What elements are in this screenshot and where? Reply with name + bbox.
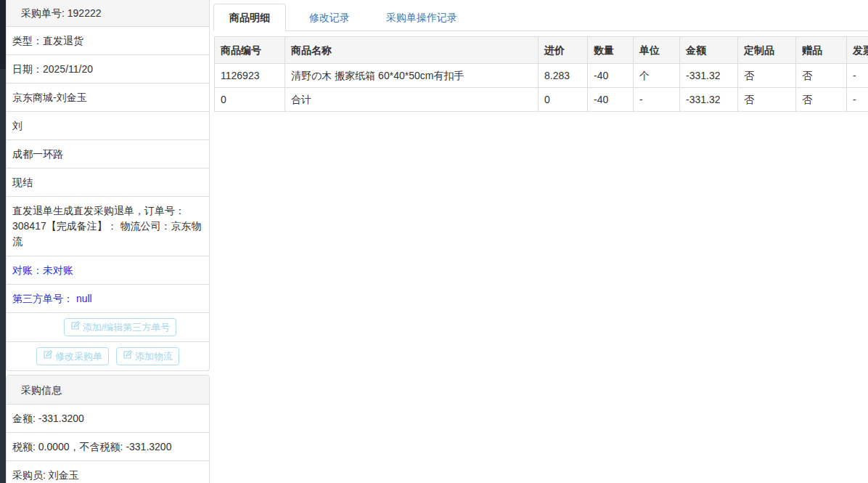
cell-purchase-price: 0	[539, 88, 588, 112]
col-header-purchase-price: 进价	[539, 37, 588, 64]
cell-invoice: -	[847, 88, 868, 112]
add-logistics-button[interactable]: 添加物流	[116, 347, 179, 365]
purchase-info-header: 采购信息	[7, 376, 209, 405]
tax-row: 税额: 0.0000，不含税额: -331.3200	[7, 432, 209, 460]
cell-product-name: 合计	[285, 88, 539, 112]
purchaser-row: 采购员: 刘金玉	[7, 460, 209, 483]
cell-amount: -331.32	[680, 64, 738, 88]
tab-goods-detail[interactable]: 商品明细	[213, 4, 286, 31]
edit-square-icon	[70, 321, 80, 333]
cell-customized: 否	[738, 64, 796, 88]
col-header-customized: 定制品	[738, 37, 796, 64]
col-header-amount: 金额	[680, 37, 738, 64]
cell-product-code: 0	[215, 88, 285, 112]
col-header-quantity: 数量	[588, 37, 634, 64]
table-row: 1126923 清野の木 搬家纸箱 60*40*50cm有扣手 8.283 -4…	[215, 64, 868, 88]
cell-purchase-price: 8.283	[539, 64, 588, 88]
order-date-row: 日期：2025/11/20	[7, 54, 209, 83]
app-left-strip	[0, 0, 6, 483]
supplier-row: 京东商城-刘金玉	[7, 83, 209, 111]
edit-square-icon	[43, 350, 52, 362]
third-party-button-row: 添加/编辑第三方单号	[7, 312, 209, 341]
contact-row: 刘	[7, 111, 209, 139]
cell-gift: 否	[796, 88, 847, 112]
cell-unit: 个	[634, 64, 680, 88]
col-header-product-name: 商品名称	[285, 37, 539, 64]
amount-row: 金额: -331.3200	[7, 405, 209, 432]
col-header-invoice: 发票	[847, 37, 868, 64]
tab-modify-log[interactable]: 修改记录	[296, 4, 363, 31]
goods-table-header-row: 商品编号 商品名称 进价 数量 单位 金额 定制品 赠品 发票	[215, 37, 868, 64]
order-summary-panel: 采购单号: 192222 类型：直发退货 日期：2025/11/20 京东商城-…	[6, 0, 210, 371]
cell-quantity: -40	[588, 64, 634, 88]
tab-order-operation-log[interactable]: 采购单操作记录	[373, 4, 470, 31]
order-note-row: 直发退单生成直发采购退单，订单号：308417【完成备注】： 物流公司：京东物流	[7, 196, 209, 256]
cell-unit: -	[634, 88, 680, 112]
settlement-row: 现结	[7, 168, 209, 196]
order-type-row: 类型：直发退货	[7, 27, 209, 54]
col-header-product-code: 商品编号	[215, 37, 285, 64]
cell-customized: 否	[738, 88, 796, 112]
cell-product-code: 1126923	[215, 64, 285, 88]
order-number-header: 采购单号: 192222	[7, 0, 209, 27]
order-action-button-row: 修改采购单 添加物流	[7, 341, 209, 370]
add-edit-third-party-number-button[interactable]: 添加/编辑第三方单号	[64, 318, 177, 336]
col-header-gift: 赠品	[796, 37, 847, 64]
modify-purchase-order-button[interactable]: 修改采购单	[36, 347, 109, 365]
tab-bar: 商品明细修改记录采购单操作记录	[213, 0, 868, 31]
reconciliation-status-row[interactable]: 对账：未对账	[7, 256, 209, 284]
cell-invoice: -	[847, 64, 868, 88]
address-row: 成都一环路	[7, 139, 209, 168]
cell-product-name: 清野の木 搬家纸箱 60*40*50cm有扣手	[285, 64, 539, 88]
purchase-info-panel: 采购信息 金额: -331.3200 税额: 0.0000，不含税额: -331…	[6, 375, 210, 483]
cell-amount: -331.32	[680, 88, 738, 112]
third-party-number-row[interactable]: 第三方单号： null	[7, 284, 209, 312]
col-header-unit: 单位	[634, 37, 680, 64]
cell-quantity: -40	[588, 88, 634, 112]
goods-table: 商品编号 商品名称 进价 数量 单位 金额 定制品 赠品 发票 1126923 …	[214, 36, 868, 112]
main-content: 商品明细修改记录采购单操作记录 商品编号 商品名称 进价 数量 单位 金额 定制…	[213, 0, 868, 483]
edit-square-icon	[123, 350, 132, 362]
table-total-row: 0 合计 0 -40 - -331.32 否 否 -	[215, 88, 868, 112]
purchase-order-sidebar: 采购单号: 192222 类型：直发退货 日期：2025/11/20 京东商城-…	[6, 0, 210, 483]
cell-gift: 否	[796, 64, 847, 88]
